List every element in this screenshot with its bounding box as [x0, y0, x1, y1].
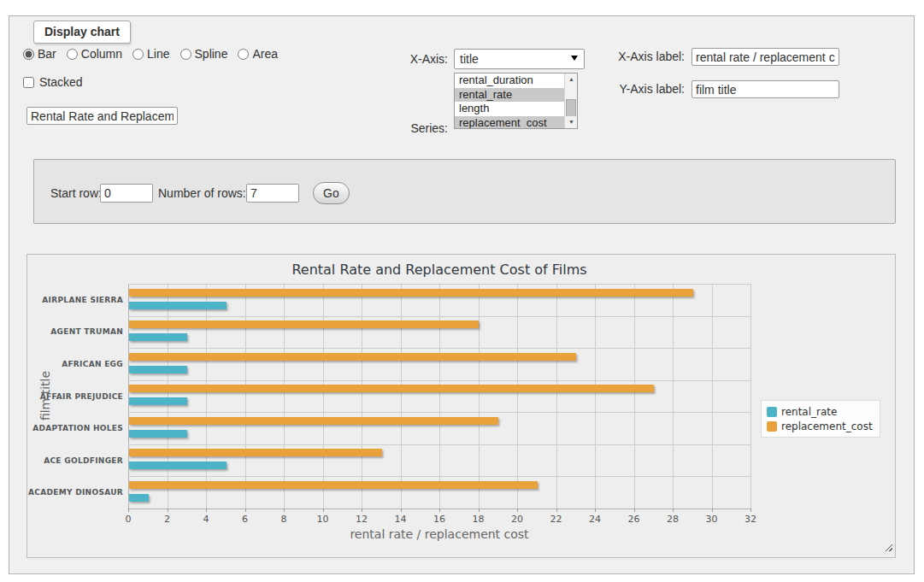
- series-option-length[interactable]: length: [455, 102, 577, 116]
- y-axis-label-caption: Y-Axis label:: [556, 82, 685, 96]
- bar-rental_rate[interactable]: [129, 430, 187, 438]
- x-tick-label: 8: [267, 514, 301, 525]
- x-tick-mark: [712, 509, 713, 512]
- row-range-panel: Start row: Number of rows: Go: [33, 159, 896, 224]
- display-chart-fieldset: Display chart BarColumnLineSplineArea St…: [9, 15, 915, 574]
- x-tick-mark: [323, 509, 324, 512]
- x-tick-mark: [284, 509, 285, 512]
- x-tick-label: 6: [228, 514, 262, 525]
- bar-replacement_cost[interactable]: [129, 449, 382, 456]
- x-axis-select-value: title: [460, 52, 479, 66]
- chart-type-option-spline[interactable]: Spline: [180, 47, 228, 61]
- x-tick-label: 16: [422, 514, 456, 525]
- category-label: ACE GOLDFINGER: [27, 456, 123, 465]
- x-axis-select-label: X-Axis:: [358, 52, 448, 66]
- category-label: AGENT TRUMAN: [27, 327, 123, 336]
- x-tick-label: 22: [539, 514, 574, 525]
- chart-type-option-line[interactable]: Line: [132, 47, 169, 61]
- bar-rental_rate[interactable]: [129, 333, 187, 341]
- y-axis-label-input[interactable]: [692, 80, 839, 98]
- number-of-rows-input[interactable]: [246, 184, 299, 203]
- chart-legend: rental_ratereplacement_cost: [761, 400, 880, 438]
- x-tick-label: 4: [189, 514, 223, 525]
- chart-type-radio-spline[interactable]: [180, 49, 191, 60]
- category-label: AIRPLANE SIERRA: [27, 296, 123, 304]
- stacked-row: Stacked: [23, 75, 83, 89]
- legend-label: replacement_cost: [781, 420, 873, 432]
- chart-type-option-column[interactable]: Column: [67, 47, 122, 61]
- bar-rental_rate[interactable]: [129, 397, 187, 405]
- x-tick-label: 26: [617, 514, 651, 525]
- x-axis-label-input[interactable]: [692, 48, 839, 66]
- x-tick-mark: [750, 509, 751, 512]
- bar-replacement_cost[interactable]: [129, 385, 654, 392]
- chart-type-option-bar[interactable]: Bar: [23, 47, 56, 61]
- legend-swatch-icon: [767, 421, 777, 432]
- x-tick-mark: [206, 509, 207, 512]
- page: Display chart BarColumnLineSplineArea St…: [0, 0, 924, 582]
- x-tick-mark: [634, 509, 635, 512]
- x-tick-mark: [439, 509, 440, 512]
- fieldset-legend: Display chart: [33, 21, 131, 44]
- legend-item-rental_rate[interactable]: rental_rate: [767, 404, 873, 419]
- legend-swatch-icon: [767, 407, 777, 417]
- x-tick-mark: [517, 509, 518, 512]
- category-label: ACADEMY DINOSAUR: [27, 488, 123, 497]
- resize-grip-icon[interactable]: [883, 542, 892, 551]
- x-tick-mark: [128, 509, 129, 512]
- chart-type-radio-label: Column: [81, 47, 122, 61]
- category-label: AFFAIR PREJUDICE: [27, 392, 123, 401]
- legend-item-replacement_cost[interactable]: replacement_cost: [767, 419, 873, 433]
- bar-replacement_cost[interactable]: [129, 353, 576, 361]
- x-tick-label: 18: [462, 514, 496, 525]
- chart-type-radio-column[interactable]: [67, 49, 78, 60]
- x-tick-label: 30: [695, 514, 729, 525]
- chart-type-radio-area[interactable]: [238, 49, 249, 60]
- plot-area: [128, 284, 750, 509]
- bar-rental_rate[interactable]: [129, 302, 227, 309]
- bar-replacement_cost[interactable]: [129, 320, 479, 328]
- chart-type-radios: BarColumnLineSplineArea: [23, 47, 285, 61]
- legend-label: rental_rate: [781, 406, 837, 418]
- x-tick-mark: [401, 509, 402, 512]
- x-tick-mark: [168, 509, 168, 512]
- chart-type-radio-bar[interactable]: [23, 49, 34, 60]
- category-label: ADAPTATION HOLES: [27, 424, 123, 432]
- bar-rental_rate[interactable]: [129, 494, 149, 502]
- chart-type-option-area[interactable]: Area: [238, 47, 278, 61]
- x-tick-label: 10: [306, 514, 340, 525]
- chart-title: Rental Rate and Replacement Cost of Film…: [128, 262, 750, 278]
- x-tick-label: 20: [500, 514, 534, 525]
- x-tick-label: 28: [656, 514, 690, 525]
- bar-replacement_cost[interactable]: [129, 481, 538, 489]
- series-option-replacement_cost[interactable]: replacement_cost: [455, 116, 577, 130]
- chart-type-radio-line[interactable]: [132, 49, 144, 60]
- start-row-input[interactable]: [100, 184, 153, 203]
- start-row-label: Start row:: [50, 186, 102, 200]
- stacked-label: Stacked: [39, 75, 83, 89]
- scroll-down-icon[interactable]: ▼: [565, 116, 578, 128]
- stacked-checkbox[interactable]: [23, 77, 34, 88]
- x-tick-mark: [479, 509, 480, 512]
- series-listbox[interactable]: rental_durationrental_ratelengthreplacem…: [454, 73, 578, 129]
- chart-container: Rental Rate and Replacement Cost of Film…: [26, 254, 896, 558]
- chart-type-radio-label: Spline: [195, 47, 228, 61]
- x-tick-mark: [245, 509, 246, 512]
- x-tick-label: 12: [344, 514, 379, 525]
- chart-title-input[interactable]: [26, 107, 178, 125]
- chart-type-radio-label: Line: [147, 47, 169, 61]
- number-of-rows-label: Number of rows:: [158, 186, 246, 200]
- chart-x-axis-title: rental rate / replacement cost: [128, 527, 750, 541]
- x-tick-mark: [556, 509, 557, 512]
- bar-rental_rate[interactable]: [129, 461, 227, 469]
- x-axis-label-caption: X-Axis label:: [556, 50, 685, 63]
- bar-replacement_cost[interactable]: [129, 417, 498, 425]
- x-tick-label: 14: [384, 514, 418, 525]
- bar-rental_rate[interactable]: [129, 366, 187, 373]
- x-tick-label: 32: [733, 514, 768, 525]
- go-button[interactable]: Go: [313, 182, 350, 204]
- bar-replacement_cost[interactable]: [129, 289, 693, 297]
- series-list-label: Series:: [367, 121, 448, 135]
- x-tick-label: 24: [578, 514, 612, 525]
- x-tick-label: 0: [111, 514, 145, 525]
